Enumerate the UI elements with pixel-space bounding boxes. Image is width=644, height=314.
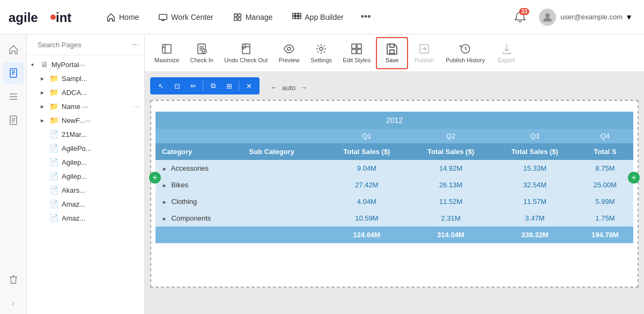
element-duplicate-button[interactable]: ⊞ (223, 79, 235, 92)
table-row: ► Accessories 9.04M 14.92M 15.33M 8.75M (156, 160, 633, 177)
tree-item-label: Sampl... (62, 75, 140, 83)
toolbar-separator (239, 81, 239, 91)
table-container: + + 2012 Q1 Q2 Q3 Q4 (156, 112, 633, 243)
publish-history-button[interactable]: Publish History (440, 37, 490, 69)
page-sidebar: ··· ▾ 🖥 MyPortal··· ► 📁 Sampl... ► 📁 ADC… (27, 34, 145, 314)
item-more-icon[interactable]: ··· (134, 102, 140, 111)
table-col-q1-sales: Total Sales ($) (325, 143, 409, 160)
search-input[interactable] (38, 41, 128, 49)
chevron-down-icon: ▾ (627, 12, 631, 22)
table-cell-q2: 14.92M (409, 160, 493, 177)
nav-workcenter[interactable]: Work Center (151, 9, 220, 25)
svg-rect-13 (299, 16, 301, 19)
page-icon: 📄 (49, 158, 58, 166)
sidebar-expand-icon[interactable]: › (3, 293, 24, 314)
element-controls-row: ↖ ⊡ ✏ ⧉ ⊞ ✕ ← auto → (150, 77, 639, 98)
table-cell-subcategory (243, 193, 325, 210)
table-row: ► Components 10.59M 2.31M 3.47M 1.75M (156, 210, 633, 227)
list-item[interactable]: ► 📁 NewF...··· (27, 113, 144, 127)
element-copy-button[interactable]: ⧉ (206, 79, 219, 92)
element-delete-button[interactable]: ✕ (242, 79, 255, 92)
auto-nav-label: auto (282, 84, 295, 92)
svg-rect-28 (390, 50, 394, 54)
table-footer-row: 124.64M 314.04M 339.32M 194.78M (156, 227, 633, 243)
tree-item-label: ADCA... (62, 89, 140, 97)
table-cell-q1: 27.42M (325, 177, 409, 193)
folder-icon: 📁 (49, 102, 58, 111)
list-item[interactable]: ► 📁 Sampl... (27, 71, 144, 85)
settings-button[interactable]: Settings (305, 37, 337, 69)
table-cell-q3: 32.54M (493, 177, 577, 193)
list-item[interactable]: ► 📄 Amaz... (27, 211, 144, 225)
list-item[interactable]: ► 📄 Amaz... (27, 197, 144, 211)
sidebar-trash-icon[interactable] (3, 269, 24, 290)
notification-bell[interactable]: 33 (510, 7, 530, 27)
sidebar-home-icon[interactable] (3, 39, 24, 60)
table-header-empty (156, 129, 325, 143)
table-q3-header: Q3 (493, 129, 577, 143)
list-item[interactable]: ► 📄 AgilePo... (27, 141, 144, 155)
nav-home[interactable]: Home (99, 9, 146, 25)
sidebar-pages-icon[interactable] (3, 62, 24, 84)
preview-button[interactable]: Preview (273, 37, 305, 69)
svg-rect-27 (357, 49, 361, 54)
sales-table: Q1 Q2 Q3 Q4 Category Sub Category Total … (156, 129, 633, 243)
element-edit-button[interactable]: ⊡ (171, 79, 183, 92)
list-item[interactable]: ► 📄 Agilep... (27, 169, 144, 183)
add-row-right-button[interactable]: + (628, 172, 640, 184)
svg-rect-10 (299, 13, 301, 16)
list-item[interactable]: ► 📄 21Mar... (27, 127, 144, 141)
table-cell-category: ► Accessories (156, 160, 243, 177)
undo-checkout-button[interactable]: Undo Check Out (219, 37, 273, 69)
top-nav: agile int Home Work Center Manage (0, 0, 644, 34)
element-select-button[interactable]: ↖ (154, 79, 167, 92)
svg-point-14 (545, 13, 550, 18)
svg-rect-8 (293, 13, 295, 16)
row-expand-arrow[interactable]: ► (162, 199, 167, 205)
export-button[interactable]: Export (491, 37, 523, 69)
user-menu[interactable]: user@example.com ▾ (535, 6, 635, 28)
auto-nav-right[interactable]: → (300, 83, 307, 92)
page-tree: ▾ 🖥 MyPortal··· ► 📁 Sampl... ► 📁 ADCA...… (27, 55, 144, 314)
sidebar-list-icon[interactable] (3, 86, 24, 107)
row-expand-arrow[interactable]: ► (162, 216, 167, 222)
table-cell-q4: 5.99M (577, 193, 633, 210)
table-footer-q4: 194.78M (577, 227, 633, 243)
svg-rect-24 (352, 44, 356, 48)
table-cell-category: ► Bikes (156, 177, 243, 193)
toolbar-collapse-button[interactable]: ▲ (387, 34, 402, 35)
add-row-left-button[interactable]: + (149, 172, 161, 184)
list-item[interactable]: ► 📁 ADCA... (27, 85, 144, 99)
maximize-button[interactable]: Maximize (149, 37, 184, 69)
svg-rect-7 (238, 17, 241, 20)
row-expand-arrow[interactable]: ► (162, 166, 167, 172)
folder-icon: 📁 (49, 116, 58, 125)
tree-item-label: Agilep... (62, 172, 140, 180)
auto-nav-left[interactable]: ← (270, 83, 278, 92)
row-expand-arrow[interactable]: ► (162, 182, 167, 188)
publish-button[interactable]: Publish (408, 37, 440, 69)
edit-styles-button[interactable]: Edit Styles (337, 37, 376, 69)
list-item[interactable]: ► 📄 Agilep... (27, 155, 144, 169)
tree-item-label: NewF...··· (62, 116, 140, 125)
list-item[interactable]: ► 📄 Akars... (27, 183, 144, 197)
save-button[interactable]: Save (376, 37, 408, 69)
checkin-button[interactable]: Check In (184, 37, 218, 69)
table-cell-q4: 8.75M (577, 160, 633, 177)
element-pen-button[interactable]: ✏ (187, 79, 199, 92)
sidebar-doc-icon[interactable] (3, 109, 24, 131)
data-table: 2012 Q1 Q2 Q3 Q4 (156, 112, 633, 243)
svg-text:agile: agile (9, 10, 38, 25)
table-cell-category: ► Components (156, 210, 243, 227)
nav-manage[interactable]: Manage (225, 9, 280, 25)
nav-more[interactable]: ••• (356, 8, 376, 26)
table-q4-header: Q4 (577, 129, 633, 143)
nav-appbuilder[interactable]: App Builder (284, 9, 351, 25)
svg-rect-6 (234, 17, 236, 20)
tree-root[interactable]: ▾ 🖥 MyPortal··· (27, 57, 144, 71)
tree-expand-icon: ► (40, 76, 47, 82)
list-item[interactable]: ► 📁 Name ··· ··· (27, 99, 144, 113)
svg-text:int: int (56, 10, 71, 25)
sidebar-more-button[interactable]: ··· (132, 40, 139, 49)
table-footer-q2: 314.04M (409, 227, 493, 243)
